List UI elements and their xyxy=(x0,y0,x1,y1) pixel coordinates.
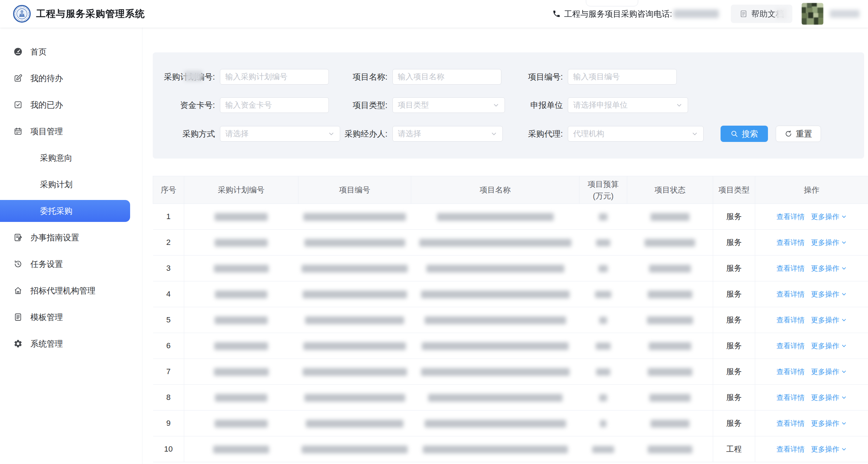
sidebar-item-entrusted-procurement[interactable]: 委托采购 xyxy=(0,200,130,222)
cell-status xyxy=(627,281,713,307)
sidebar-item-home[interactable]: 首页 xyxy=(0,41,142,63)
more-actions-label: 更多操作 xyxy=(811,419,839,428)
cell-status xyxy=(627,436,713,462)
cell-name xyxy=(411,359,579,385)
project-name-input[interactable] xyxy=(392,69,501,85)
filter-label-wrap: 采购代理: xyxy=(523,128,563,139)
row-serial: 10 xyxy=(153,436,184,462)
cell-actions: 查看详情更多操作 xyxy=(755,333,868,359)
view-details-link[interactable]: 查看详情 xyxy=(776,316,805,324)
cell-name xyxy=(411,436,579,462)
cell-actions: 查看详情更多操作 xyxy=(755,385,868,411)
more-actions-link[interactable]: 更多操作 xyxy=(811,212,847,222)
help-doc-button[interactable]: 帮助文档 xyxy=(731,5,792,23)
more-actions-link[interactable]: 更多操作 xyxy=(811,393,847,402)
row-serial: 1 xyxy=(153,204,184,230)
redacted-project-name xyxy=(426,265,564,273)
view-details-link[interactable]: 查看详情 xyxy=(776,368,805,376)
document-icon xyxy=(739,10,748,18)
sidebar-item-my-todo[interactable]: 我的待办 xyxy=(0,67,142,89)
view-details-link[interactable]: 查看详情 xyxy=(776,264,805,272)
more-actions-link[interactable]: 更多操作 xyxy=(811,290,847,299)
view-details-link[interactable]: 查看详情 xyxy=(776,445,805,453)
redacted-project-budget xyxy=(596,368,610,376)
plan-number-input[interactable] xyxy=(220,69,329,85)
consult-phone-label: 工程与服务项目采购咨询电话: xyxy=(564,8,672,19)
project-type-select[interactable]: 项目类型 xyxy=(392,97,505,113)
redacted-plan-number xyxy=(213,446,269,453)
procure-handler-select[interactable]: 请选择 xyxy=(392,126,503,142)
more-actions-link[interactable]: 更多操作 xyxy=(811,341,847,351)
more-actions-link[interactable]: 更多操作 xyxy=(811,367,847,377)
cell-code xyxy=(298,359,411,385)
sidebar-item-label: 采购计划 xyxy=(40,179,72,190)
more-actions-label: 更多操作 xyxy=(811,315,839,325)
more-actions-link[interactable]: 更多操作 xyxy=(811,315,847,325)
procure-agency-select[interactable]: 代理机构 xyxy=(568,126,704,142)
filter-label: 申报单位 xyxy=(523,100,563,111)
redacted-project-name xyxy=(425,316,566,324)
cell-name xyxy=(411,333,579,359)
filter-procure-method: 采购方式请选择 xyxy=(161,126,342,142)
view-details-link[interactable]: 查看详情 xyxy=(776,239,805,246)
filter-label-wrap: 项目名称: xyxy=(342,71,388,82)
filter-label: 采购代理: xyxy=(523,128,563,139)
sidebar-item-guide-settings[interactable]: 办事指南设置 xyxy=(0,227,142,248)
user-avatar[interactable] xyxy=(802,3,823,25)
reset-button[interactable]: 重置 xyxy=(776,126,821,142)
cell-status xyxy=(627,385,713,411)
row-serial: 4 xyxy=(153,281,184,307)
filter-procure-agency: 采购代理:代理机构搜索重置 xyxy=(523,126,864,142)
checkbox-icon xyxy=(13,100,23,109)
redacted-project-budget xyxy=(599,394,607,401)
view-details-link[interactable]: 查看详情 xyxy=(776,290,805,298)
view-details-link[interactable]: 查看详情 xyxy=(776,394,805,401)
redacted-project-budget xyxy=(596,343,611,350)
more-actions-link[interactable]: 更多操作 xyxy=(811,445,847,454)
more-actions-link[interactable]: 更多操作 xyxy=(811,238,847,247)
header-right: 工程与服务项目采购咨询电话: 帮助文档 xyxy=(552,3,860,25)
redacted-project-budget xyxy=(599,265,608,272)
project-number-input[interactable] xyxy=(568,69,677,85)
view-details-link[interactable]: 查看详情 xyxy=(776,419,805,427)
sidebar-item-my-done[interactable]: 我的已办 xyxy=(0,94,142,116)
cell-status xyxy=(627,333,713,359)
more-actions-label: 更多操作 xyxy=(811,212,839,222)
sidebar-item-agency-management[interactable]: 招标代理机构管理 xyxy=(0,280,142,302)
select-placeholder: 项目类型 xyxy=(398,100,429,110)
redacted-project-number xyxy=(304,394,405,402)
declare-unit-select[interactable]: 请选择申报单位 xyxy=(568,97,688,113)
filter-label: 资金卡号: xyxy=(161,100,215,111)
redacted-plan-number xyxy=(214,265,269,273)
more-actions-link[interactable]: 更多操作 xyxy=(811,264,847,273)
cell-project-type: 服务 xyxy=(713,333,755,359)
search-button[interactable]: 搜索 xyxy=(721,126,768,142)
cell-name xyxy=(411,411,579,436)
row-serial: 6 xyxy=(153,333,184,359)
row-serial: 8 xyxy=(153,385,184,411)
cell-project-type: 服务 xyxy=(713,204,755,230)
sidebar-item-label: 我的待办 xyxy=(30,73,63,84)
sidebar-item-template-management[interactable]: 模板管理 xyxy=(0,306,142,328)
username-redacted[interactable] xyxy=(830,10,860,18)
procure-method-select[interactable]: 请选择 xyxy=(220,126,340,142)
search-icon xyxy=(730,130,738,138)
view-details-link[interactable]: 查看详情 xyxy=(776,342,805,350)
column-header: 采购计划编号 xyxy=(184,176,298,204)
sidebar-item-system-management[interactable]: 系统管理 xyxy=(0,333,142,355)
sidebar-item-label: 招标代理机构管理 xyxy=(30,285,95,296)
fund-card-input[interactable] xyxy=(220,97,329,113)
sidebar-item-procurement-plan[interactable]: 采购计划 xyxy=(0,173,142,195)
cell-code xyxy=(298,256,411,281)
chevron-down-icon xyxy=(493,102,500,109)
more-actions-link[interactable]: 更多操作 xyxy=(811,419,847,428)
redacted-project-status xyxy=(649,342,691,350)
chevron-down-icon xyxy=(841,265,847,271)
sidebar-item-task-settings[interactable]: 任务设置 xyxy=(0,253,142,275)
cell-plan xyxy=(184,333,298,359)
sidebar-item-project-management[interactable]: 项目管理 xyxy=(0,120,142,142)
redacted-project-budget xyxy=(599,317,607,324)
view-details-link[interactable]: 查看详情 xyxy=(776,213,805,220)
chevron-down-icon xyxy=(328,130,335,137)
sidebar-item-procurement-intention[interactable]: 采购意向 xyxy=(0,147,142,169)
